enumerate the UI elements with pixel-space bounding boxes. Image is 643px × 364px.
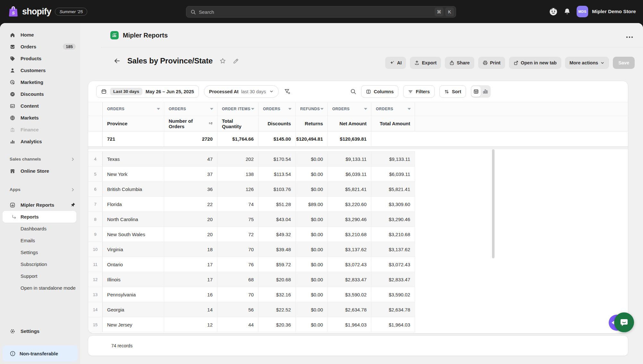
value-cell: $0.00 <box>296 257 328 272</box>
table-row[interactable]: 6British Columbia36126$103.76$0.00$5,821… <box>88 182 415 197</box>
value-cell: 202 <box>217 152 258 166</box>
column-header-0[interactable]: Province <box>103 116 164 131</box>
column-header-6[interactable]: Total Amount <box>371 116 415 131</box>
notifications-bell-icon[interactable] <box>564 8 571 15</box>
row-number: 15 <box>88 317 103 332</box>
sort-button[interactable]: Sort <box>439 85 466 98</box>
back-arrow-icon[interactable] <box>114 57 121 64</box>
column-header-1[interactable]: Number of Orders <box>164 116 217 131</box>
svg-text:S: S <box>12 11 15 15</box>
group-header-4[interactable]: REFUNDS <box>296 102 328 116</box>
sidebar-item-markets[interactable]: Markets <box>0 112 80 124</box>
sidebar-item-customers[interactable]: Customers <box>0 64 80 76</box>
value-cell: $5,821.41 <box>371 182 415 196</box>
table-row[interactable]: 14Georgia1456$22.52$0.00$2,634.78$2,634.… <box>88 302 415 317</box>
table-row[interactable]: 9New South Wales2072$49.32$0.00$3,210.68… <box>88 227 415 242</box>
store-name[interactable]: Mipler Demo Store <box>592 9 636 14</box>
ai-button[interactable]: AI <box>385 57 406 69</box>
group-header-1[interactable]: ORDERS <box>164 102 217 116</box>
sidebar-item-products[interactable]: Products <box>0 53 80 64</box>
summary-cell-6: $120,639.81 <box>328 131 371 146</box>
overflow-menu-button[interactable] <box>624 33 635 42</box>
search-input[interactable]: Search ⌘ K <box>186 6 456 18</box>
sidebar-item-home[interactable]: Home <box>0 29 80 41</box>
table-row[interactable]: 4Texas47202$170.54$0.00$9,133.11$9,133.1… <box>88 152 415 167</box>
sidebar-subitem-dashboards[interactable]: Dashboards <box>0 223 80 235</box>
table-row[interactable]: 11Ontario1776$59.72$0.00$3,072.43$3,072.… <box>88 257 415 272</box>
print-button[interactable]: Print <box>478 57 505 69</box>
group-dropdown-icon[interactable] <box>364 108 367 110</box>
column-header-2[interactable]: Total Quantity <box>217 116 258 131</box>
edit-pencil-icon[interactable] <box>233 58 239 64</box>
sidebar-subitem-standalone[interactable]: Open in standalone mode <box>0 282 80 294</box>
table-row[interactable]: 12Illinois1768$20.68$0.00$2,833.47$2,833… <box>88 272 415 287</box>
table-row[interactable]: 5New York37138$113.54$0.00$6,039.11$6,03… <box>88 167 415 182</box>
group-header-5[interactable]: ORDERS <box>328 102 371 116</box>
group-header-6[interactable]: ORDERS <box>371 102 415 116</box>
sidebar-subitem-support[interactable]: Support <box>0 270 80 282</box>
province-cell: Ontario <box>103 257 164 272</box>
group-dropdown-icon[interactable] <box>320 108 324 110</box>
add-filter-button[interactable] <box>284 88 291 95</box>
favorite-star-icon[interactable] <box>219 58 226 64</box>
date-range-button[interactable]: Last 30 days May 26 – Jun 25, 2025 <box>96 85 199 98</box>
group-dropdown-icon[interactable] <box>408 108 411 110</box>
sidebar-subitem-emails[interactable]: Emails <box>0 235 80 246</box>
filters-button[interactable]: Filters <box>403 85 435 98</box>
app-header: Mipler Reports <box>110 23 168 47</box>
sidebar-subitem-reports[interactable]: Reports <box>3 211 76 223</box>
table-search-button[interactable] <box>350 88 356 95</box>
sidebar-item-mipler-reports[interactable]: Mipler Reports <box>0 199 80 211</box>
sidebar-subitem-settings[interactable]: Settings <box>0 246 80 258</box>
sidebar-item-settings[interactable]: Settings <box>0 325 80 337</box>
group-dropdown-icon[interactable] <box>251 108 254 110</box>
sidebar-item-finance[interactable]: Finance <box>0 124 80 136</box>
shopify-logo[interactable]: S shopify Summer ’25 <box>8 0 87 23</box>
table-scrollbar[interactable] <box>492 149 495 258</box>
summary-cell-2: 2720 <box>164 131 217 146</box>
table-view-toggle[interactable] <box>471 86 481 97</box>
store-avatar[interactable]: MDS <box>577 6 588 17</box>
sidebar-item-orders[interactable]: Orders 185 <box>0 41 80 53</box>
chart-view-toggle[interactable] <box>481 86 490 97</box>
group-header-0[interactable]: ORDERS <box>103 102 164 116</box>
group-dropdown-icon[interactable] <box>288 108 292 110</box>
column-header-4[interactable]: Returns <box>296 116 328 131</box>
more-actions-button[interactable]: More actions <box>565 57 609 69</box>
column-header-5[interactable]: Net Amount <box>328 116 371 131</box>
non-transferable-banner[interactable]: Non-transferable <box>3 345 78 361</box>
sidebar-item-analytics[interactable]: Analytics <box>0 136 80 147</box>
external-link-icon <box>513 60 519 65</box>
table-row[interactable]: 8North Carolina2075$43.04$0.00$3,290.46$… <box>88 212 415 227</box>
sidebar-item-marketing[interactable]: Marketing <box>0 76 80 88</box>
export-button[interactable]: Export <box>410 57 441 69</box>
sidebar-item-discounts[interactable]: Discounts <box>0 88 80 100</box>
sidebar-item-content[interactable]: Content <box>0 100 80 112</box>
group-dropdown-icon[interactable] <box>210 108 213 110</box>
columns-button[interactable]: Columns <box>361 85 398 98</box>
value-cell: $0.00 <box>296 272 328 287</box>
value-cell: 74 <box>217 197 258 211</box>
sidebar-item-online-store[interactable]: Online Store <box>0 165 80 177</box>
table-group-band: ORDERSORDERSORDER ITEMSORDERSREFUNDSORDE… <box>88 102 628 116</box>
table-row[interactable]: 15New Jersey1244$20.36$0.00$1,964.03$1,9… <box>88 317 415 332</box>
chat-launcher-button[interactable] <box>614 312 634 332</box>
open-new-tab-button[interactable]: Open in new tab <box>509 57 561 69</box>
table-row[interactable]: 10Virginia1870$39.48$0.00$3,137.62$3,137… <box>88 242 415 257</box>
value-cell: $51.28 <box>258 197 296 211</box>
pin-icon[interactable] <box>70 202 76 208</box>
province-cell: Virginia <box>103 242 164 257</box>
group-header-2[interactable]: ORDER ITEMS <box>217 102 258 116</box>
share-button[interactable]: Share <box>445 57 474 69</box>
processed-at-filter[interactable]: Processed At last 30 days <box>204 85 279 98</box>
group-dropdown-icon[interactable] <box>157 108 160 110</box>
column-header-3[interactable]: Discounts <box>258 116 296 131</box>
table-row[interactable]: 7Florida2274$51.28$89.00$3,220.60$3,309.… <box>88 197 415 212</box>
section-sales-channels[interactable]: Sales channels <box>0 153 80 165</box>
group-header-3[interactable]: ORDERS <box>258 102 296 116</box>
save-button[interactable]: Save <box>613 57 635 69</box>
table-row[interactable]: 13Pennsylvania1670$32.16$0.00$3,590.02$3… <box>88 287 415 302</box>
section-apps[interactable]: Apps <box>0 184 80 195</box>
sidekick-icon[interactable] <box>549 7 558 16</box>
sidebar-subitem-subscription[interactable]: Subscription <box>0 258 80 270</box>
